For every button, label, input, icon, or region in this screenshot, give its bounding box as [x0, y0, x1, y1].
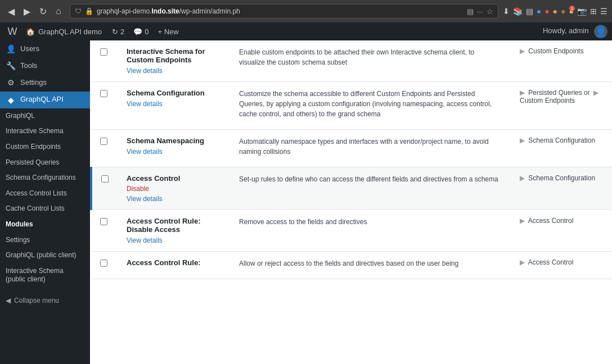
module-requires-4: ▶ Access Control: [520, 217, 573, 225]
requires-text-0: Custom Endpoints: [528, 47, 583, 55]
table-row: Access Control Rule: Disable Access View…: [91, 210, 612, 252]
table-row: Interactive Schema for Custom Endpoints …: [91, 40, 612, 82]
module-name-3: Access Control: [127, 174, 221, 183]
settings-top-icon: ⚙: [6, 78, 16, 88]
comments-button[interactable]: 💬 0: [129, 28, 153, 36]
requires-arrow-0: ▶: [520, 47, 525, 55]
module-requires-cell-3: ▶ Schema Configuration: [511, 167, 612, 210]
ext-camera-icon[interactable]: 📷: [577, 7, 587, 16]
grid-icon[interactable]: ⊞: [590, 7, 597, 16]
collapse-menu-button[interactable]: ◀ Collapse menu: [0, 292, 90, 309]
disable-link-3[interactable]: Disable: [127, 185, 221, 193]
forward-button[interactable]: ▶: [20, 4, 34, 18]
menu-icon[interactable]: ☰: [600, 7, 608, 16]
requires-text-1b: Custom Endpoints: [520, 97, 575, 104]
view-details-link-2[interactable]: View details: [127, 148, 163, 156]
back-button[interactable]: ◀: [4, 4, 18, 18]
collapse-icon: ◀: [6, 297, 11, 304]
address-text: graphql-api-demo.Indo.site/wp-admin/admi…: [97, 7, 240, 15]
ext-blue-icon[interactable]: ●: [537, 7, 541, 16]
ext-yellow-icon[interactable]: ●1: [569, 7, 574, 16]
module-desc-4: Remove access to the fields and directiv…: [239, 217, 502, 227]
sidebar-label-interactive-schema: Interactive Schema: [6, 127, 64, 136]
sidebar-item-access-control-lists[interactable]: Access Control Lists: [0, 186, 90, 202]
module-requires-3: ▶ Schema Configuration: [520, 174, 595, 182]
updates-button[interactable]: ↻ 2: [107, 28, 129, 36]
module-name-cell-0: Interactive Schema for Custom Endpoints …: [118, 40, 230, 82]
sidebar-item-graphiql-public[interactable]: GraphiQL (public client): [0, 248, 90, 263]
module-desc-cell-5: Allow or reject access to the fields and…: [230, 252, 511, 279]
sidebar-item-modules[interactable]: Modules: [0, 217, 90, 233]
sidebar-label-schema-configurations: Schema Configurations: [6, 174, 76, 183]
sidebar-label-custom-endpoints: Custom Endpoints: [6, 143, 61, 152]
browser-nav-buttons: ◀ ▶ ↻ ⌂: [4, 4, 65, 18]
module-checkbox-2[interactable]: [100, 138, 107, 145]
checkbox-cell-5: [91, 252, 118, 279]
address-bar[interactable]: 🛡 🔒 graphql-api-demo.Indo.site/wp-admin/…: [70, 4, 498, 19]
home-button[interactable]: ⌂: [52, 4, 65, 18]
sidebar-label-modules: Modules: [6, 220, 33, 229]
ext-orange-icon[interactable]: ●: [553, 7, 557, 16]
bookmark-icon: ☆: [487, 7, 493, 16]
reader-view-icon[interactable]: ▤: [526, 7, 533, 16]
modules-table: Interactive Schema for Custom Endpoints …: [90, 40, 612, 279]
sidebar-label-interactive-schema-public: Interactive Schema (public client): [6, 267, 84, 284]
view-details-link-4[interactable]: View details: [127, 236, 163, 244]
module-checkbox-3[interactable]: [101, 175, 109, 183]
download-icon[interactable]: ⬇: [503, 7, 510, 16]
module-checkbox-4[interactable]: [100, 218, 107, 225]
wp-logo[interactable]: W: [4, 22, 20, 40]
sidebar-item-settings-graphql[interactable]: Settings: [0, 233, 90, 248]
sidebar-item-graphiql[interactable]: GraphiQL: [0, 108, 90, 124]
sidebar-item-cache-control-lists[interactable]: Cache Control Lists: [0, 201, 90, 217]
ext-brown-icon[interactable]: ●: [561, 7, 565, 16]
requires-arrow-1: ▶: [520, 89, 525, 97]
module-name-4: Access Control Rule: Disable Access: [127, 217, 221, 234]
sidebar-item-persisted-queries[interactable]: Persisted Queries: [0, 155, 90, 171]
requires-text-1a: Persisted Queries or: [528, 89, 590, 97]
updates-count: 2: [120, 28, 124, 36]
table-row: Schema Namespacing View details Automati…: [91, 130, 612, 167]
sidebar-item-custom-endpoints[interactable]: Custom Endpoints: [0, 139, 90, 155]
module-name-1: Schema Configuration: [127, 89, 221, 97]
module-checkbox-1[interactable]: [100, 90, 107, 97]
new-content-button[interactable]: + New: [153, 28, 183, 36]
module-name-cell-4: Access Control Rule: Disable Access View…: [118, 210, 230, 252]
module-checkbox-5[interactable]: [100, 260, 107, 267]
sidebar-label-access-control-lists: Access Control Lists: [6, 189, 67, 198]
site-name-link[interactable]: 🏠 GraphQL API demo: [20, 28, 107, 36]
module-requires-0: ▶ Custom Endpoints: [520, 47, 583, 55]
sidebar-item-interactive-schema[interactable]: Interactive Schema: [0, 124, 90, 139]
sidebar-item-schema-configurations[interactable]: Schema Configurations: [0, 170, 90, 186]
requires-text-5: Access Control: [528, 258, 574, 266]
module-requires-5: ▶ Access Control: [520, 258, 573, 266]
table-row: Schema Configuration View details Custom…: [91, 82, 612, 130]
sidebar-label-graphql: GraphQL API: [20, 95, 64, 104]
bookmarks-icon[interactable]: 📚: [513, 7, 523, 16]
module-requires-cell-0: ▶ Custom Endpoints: [511, 40, 612, 82]
sidebar-item-users[interactable]: 👤 Users: [0, 40, 90, 57]
module-desc-cell-3: Set-up rules to define who can access th…: [230, 167, 511, 210]
view-details-link-0[interactable]: View details: [127, 67, 163, 75]
view-details-link-3[interactable]: View details: [127, 195, 221, 203]
sidebar-item-settings[interactable]: ⚙ Settings: [0, 74, 90, 91]
module-name-5: Access Control Rule:: [127, 258, 221, 267]
sidebar-label-graphiql: GraphiQL: [6, 112, 35, 121]
home-icon: 🏠: [26, 28, 35, 36]
module-name-cell-5: Access Control Rule:: [118, 252, 230, 279]
requires-arrow-5: ▶: [520, 258, 525, 266]
refresh-button[interactable]: ↻: [36, 4, 50, 18]
sidebar-item-graphql-api[interactable]: ◆ GraphQL API: [0, 92, 90, 108]
collapse-menu-label: Collapse menu: [14, 297, 59, 304]
browser-toolbar-icons: ⬇ 📚 ▤ ● ● ● ● ●1 📷 ⊞ ☰: [503, 7, 608, 16]
sidebar-label-persisted-queries: Persisted Queries: [6, 158, 59, 167]
avatar: 👤: [594, 25, 608, 38]
sidebar-item-interactive-schema-public[interactable]: Interactive Schema (public client): [0, 263, 90, 288]
module-desc-cell-1: Customize the schema accessible to diffe…: [230, 82, 511, 130]
module-checkbox-0[interactable]: [100, 48, 107, 56]
ext-red-icon[interactable]: ●: [544, 7, 549, 16]
view-details-link-1[interactable]: View details: [127, 100, 163, 108]
module-requires-cell-4: ▶ Access Control: [511, 210, 612, 252]
module-name-cell-3: Access Control Disable View details: [118, 167, 230, 210]
sidebar-item-tools[interactable]: 🔧 Tools: [0, 57, 90, 74]
